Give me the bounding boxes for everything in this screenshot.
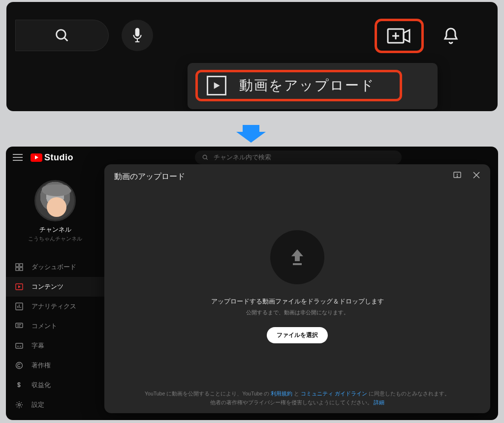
svg-point-25: [16, 363, 23, 369]
gear-icon: [15, 400, 24, 409]
drop-zone-sub-text: 公開するまで、動画は非公開になります。: [246, 309, 349, 316]
feedback-button[interactable]: [453, 171, 462, 182]
sidebar-item-subtitles[interactable]: 字幕: [6, 336, 104, 356]
sidebar-item-label: コンテンツ: [32, 282, 63, 291]
feedback-icon: [453, 171, 462, 180]
search-icon: [202, 154, 209, 161]
monetize-icon: [15, 381, 24, 390]
select-file-button[interactable]: ファイルを選択: [267, 327, 328, 343]
create-button[interactable]: [375, 19, 424, 53]
svg-point-30: [457, 176, 457, 177]
copyright-icon: [15, 361, 24, 370]
notifications-button[interactable]: [439, 24, 463, 48]
legal-part: と: [292, 391, 301, 396]
sidebar-item-copyright[interactable]: 著作権: [6, 356, 104, 375]
studio-logo[interactable]: Studio: [31, 152, 73, 163]
comments-icon: [15, 322, 24, 331]
sidebar-item-dashboard[interactable]: ダッシュボード: [6, 257, 104, 277]
sidebar-item-monetize[interactable]: 収益化: [6, 375, 104, 395]
microphone-icon: [131, 27, 144, 44]
channel-search-placeholder: チャンネル内で検索: [214, 153, 271, 162]
upload-modal: 動画のアップロード アップロードする動画ファイルをドラッグ＆ドロップします 公開…: [104, 164, 490, 413]
tos-link[interactable]: 利用規約: [271, 391, 292, 396]
legal-part: YouTube に動画を公開することにより、YouTube の: [145, 391, 271, 396]
svg-rect-12: [16, 268, 19, 271]
svg-rect-22: [16, 343, 23, 348]
studio-logo-text: Studio: [44, 152, 73, 163]
avatar[interactable]: [34, 180, 76, 221]
studio-panel: Studio チャンネル内で検索 チャンネル こうちゃんチャンネル ダッシュボー…: [6, 147, 498, 420]
modal-title: 動画のアップロード: [114, 172, 185, 182]
sidebar-item-label: コメント: [32, 322, 57, 331]
voice-search-button[interactable]: [122, 20, 153, 51]
channel-search-input[interactable]: チャンネル内で検索: [195, 151, 402, 164]
dashboard-icon: [15, 263, 24, 272]
community-guidelines-link[interactable]: コミュニティ ガイドライン: [301, 391, 367, 396]
legal-text: YouTube に動画を公開することにより、YouTube の 利用規約 と コ…: [104, 390, 490, 407]
search-button[interactable]: [15, 20, 109, 51]
close-button[interactable]: [472, 171, 480, 182]
content-icon: [15, 282, 24, 291]
down-arrow-icon: [236, 123, 266, 144]
svg-point-8: [203, 155, 207, 159]
top-toolbar-panel: 動画をアップロード: [6, 2, 498, 111]
legal-part: に同意したものとみなされます。: [367, 391, 450, 396]
svg-line-1: [64, 38, 68, 41]
drop-zone[interactable]: アップロードする動画ファイルをドラッグ＆ドロップします 公開するまで、動画は非公…: [104, 189, 490, 343]
top-toolbar: [15, 20, 488, 54]
sidebar-item-comments[interactable]: コメント: [6, 316, 104, 336]
drop-zone-main-text: アップロードする動画ファイルをドラッグ＆ドロップします: [211, 297, 384, 306]
svg-point-27: [18, 404, 21, 406]
create-video-icon: [387, 27, 411, 45]
svg-rect-11: [20, 264, 23, 267]
sidebar-item-label: ダッシュボード: [32, 263, 76, 272]
menu-button[interactable]: [13, 154, 23, 161]
youtube-play-icon: [31, 153, 42, 162]
upload-icon: [286, 246, 308, 268]
play-box-icon: [207, 76, 226, 95]
close-icon: [472, 171, 480, 179]
legal-part: 他者の著作権やプライバシー権を侵害しないようにしてください。: [210, 399, 373, 405]
svg-point-0: [57, 30, 65, 39]
learn-more-link[interactable]: 詳細: [374, 399, 384, 405]
svg-line-9: [206, 158, 208, 160]
channel-label: チャンネル: [6, 225, 104, 234]
svg-rect-19: [16, 323, 23, 328]
bell-icon: [442, 26, 460, 46]
create-dropdown: 動画をアップロード: [188, 63, 438, 109]
sidebar-item-label: 著作権: [32, 361, 51, 370]
search-icon: [54, 27, 70, 44]
sidebar-item-label: 収益化: [32, 381, 51, 390]
sidebar-item-analytics[interactable]: アナリティクス: [6, 297, 104, 316]
sidebar-item-label: 字幕: [32, 341, 44, 350]
channel-name: こうちゃんチャンネル: [6, 235, 104, 242]
analytics-icon: [15, 302, 24, 311]
svg-rect-10: [16, 264, 19, 267]
sidebar-item-label: 設定: [32, 400, 44, 409]
subtitles-icon: [15, 341, 24, 350]
svg-rect-33: [293, 263, 302, 265]
upload-video-menu-item[interactable]: 動画をアップロード: [195, 70, 402, 101]
svg-rect-13: [20, 268, 23, 271]
sidebar: チャンネル こうちゃんチャンネル ダッシュボード コンテンツ アナリティクス: [6, 168, 104, 420]
sidebar-item-label: アナリティクス: [32, 302, 76, 311]
sidebar-item-content[interactable]: コンテンツ: [6, 277, 104, 297]
upload-video-label: 動画をアップロード: [239, 76, 375, 95]
svg-rect-2: [135, 28, 140, 36]
upload-circle: [270, 230, 324, 284]
sidebar-item-settings[interactable]: 設定: [6, 395, 104, 415]
sidebar-nav: ダッシュボード コンテンツ アナリティクス コメント: [6, 257, 104, 415]
